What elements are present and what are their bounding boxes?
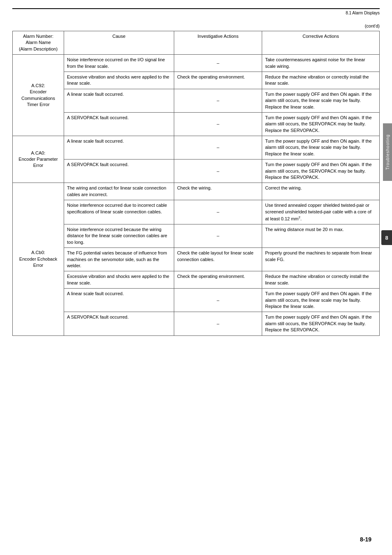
table-row: A.CA0:Encoder ParameterErrorA linear sca… [13, 136, 380, 160]
corrective-cell: Reduce the machine vibration or correctl… [262, 72, 380, 89]
cause-cell: A linear scale fault occurred. [64, 89, 174, 112]
cause-cell: A linear scale fault occurred. [64, 136, 174, 160]
investigative-cell: Check the operating environment. [174, 72, 262, 89]
investigative-cell: Check the wiring. [174, 183, 262, 200]
col-header-corrective: Corrective Actions [262, 31, 380, 55]
chapter-tab: 8 [381, 230, 392, 245]
corrective-cell: Reduce the machine vibration or correctl… [262, 271, 380, 289]
page-container: 8.1 Alarm Displays (cont'd) Alarm Number… [0, 0, 392, 555]
table-row: Excessive vibration and shocks were appl… [13, 271, 380, 289]
corrective-cell: Turn the power supply OFF and then ON ag… [262, 136, 380, 160]
alarm-cell: A.C92:EncoderCommunicationsTimer Error [13, 55, 64, 136]
cause-cell: Excessive vibration and shocks were appl… [64, 72, 174, 89]
corrective-cell: Turn the power supply OFF and then ON ag… [262, 112, 380, 136]
investigative-cell: – [174, 55, 262, 72]
header-section: 8.1 Alarm Displays [12, 11, 380, 15]
investigative-cell: Check the operating environment. [174, 271, 262, 289]
cause-cell: Excessive vibration and shocks were appl… [64, 271, 174, 289]
cause-cell: A SERVOPACK fault occurred. [64, 312, 174, 335]
investigative-cell: – [174, 289, 262, 312]
tab-number: 8 [385, 235, 388, 241]
corrective-cell: Properly ground the machines to separate… [262, 248, 380, 271]
cause-cell: The wiring and contact for linear scale … [64, 183, 174, 200]
table-row: A linear scale fault occurred.–Turn the … [13, 289, 380, 312]
alarm-table: Alarm Number:Alarm Name(Alarm Descriptio… [12, 31, 380, 336]
corrective-cell: Turn the power supply OFF and then ON ag… [262, 89, 380, 112]
page-num-value: 8-19 [360, 536, 371, 543]
investigative-cell: – [174, 89, 262, 112]
sidebar-label: Troubleshooting [385, 134, 390, 170]
corrective-cell: Turn the power supply OFF and then ON ag… [262, 160, 380, 183]
table-row: A linear scale fault occurred.–Turn the … [13, 89, 380, 112]
col-header-cause: Cause [64, 31, 174, 55]
investigative-cell: Check the cable layout for linear scale … [174, 248, 262, 271]
table-row: A SERVOPACK fault occurred.–Turn the pow… [13, 160, 380, 183]
col-header-investigative: Investigative Actions [174, 31, 262, 55]
cause-cell: A SERVOPACK fault occurred. [64, 160, 174, 183]
corrective-cell: Correct the wiring. [262, 183, 380, 200]
alarm-cell: A.Cb0:Encoder EchobackError [13, 183, 64, 335]
investigative-cell: – [174, 112, 262, 136]
table-row: A.Cb0:Encoder EchobackErrorThe wiring an… [13, 183, 380, 200]
table-row: Excessive vibration and shocks were appl… [13, 72, 380, 89]
cause-cell: A linear scale fault occurred. [64, 289, 174, 312]
corrective-cell: The wiring distance must be 20 m max. [262, 224, 380, 248]
investigative-cell: – [174, 160, 262, 183]
contd-label: (cont'd) [12, 23, 380, 28]
sidebar-tab: Troubleshooting [383, 123, 392, 181]
table-row: A SERVOPACK fault occurred.–Turn the pow… [13, 312, 380, 335]
header-line [12, 8, 380, 9]
table-row: The FG potential varies because of influ… [13, 248, 380, 271]
cause-cell: Noise interference occurred on the I/O s… [64, 55, 174, 72]
cause-cell: A SERVOPACK fault occurred. [64, 112, 174, 136]
investigative-cell: – [174, 224, 262, 248]
cause-cell: Noise interference occurred because the … [64, 224, 174, 248]
table-row: A.C92:EncoderCommunicationsTimer ErrorNo… [13, 55, 380, 72]
investigative-cell: – [174, 312, 262, 335]
corrective-cell: Take countermeasures against noise for t… [262, 55, 380, 72]
page-number: 8-19 [360, 536, 371, 543]
col-header-alarm: Alarm Number:Alarm Name(Alarm Descriptio… [13, 31, 64, 55]
investigative-cell: – [174, 136, 262, 160]
cause-cell: Noise interference occurred due to incor… [64, 200, 174, 224]
table-row: Noise interference occurred because the … [13, 224, 380, 248]
corrective-cell: Use tinned annealed copper shielded twis… [262, 200, 380, 224]
corrective-cell: Turn the power supply OFF and then ON ag… [262, 289, 380, 312]
cause-cell: The FG potential varies because of influ… [64, 248, 174, 271]
investigative-cell: – [174, 200, 262, 224]
corrective-cell: Turn the power supply OFF and then ON ag… [262, 312, 380, 335]
table-row: Noise interference occurred due to incor… [13, 200, 380, 224]
table-row: A SERVOPACK fault occurred.–Turn the pow… [13, 112, 380, 136]
alarm-cell: A.CA0:Encoder ParameterError [13, 136, 64, 183]
